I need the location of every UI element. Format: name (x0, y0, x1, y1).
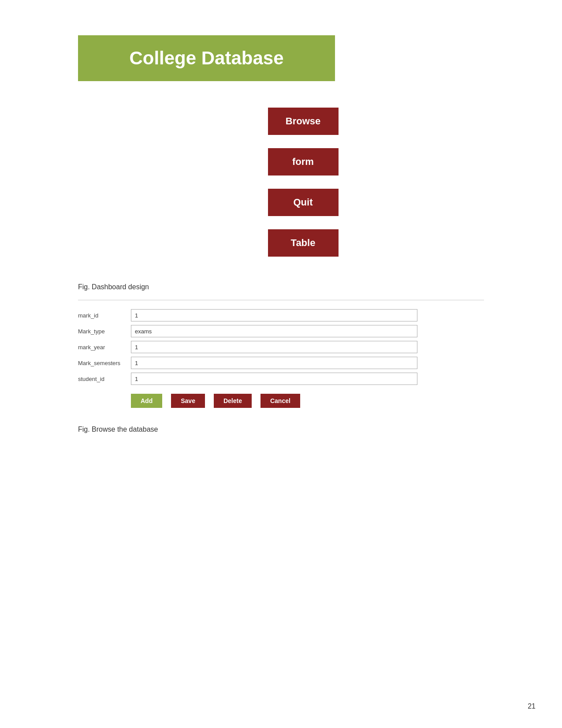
input-mark-id[interactable] (131, 309, 417, 321)
form-section: mark_id Mark_type mark_year Mark_semeste… (78, 309, 484, 408)
label-mark-id: mark_id (78, 312, 131, 319)
table-button[interactable]: Table (268, 229, 339, 257)
dashboard-section: Browse form Quit Table (122, 108, 484, 257)
delete-button[interactable]: Delete (214, 394, 252, 408)
title-banner: College Database (78, 35, 335, 81)
input-mark-type[interactable] (131, 325, 417, 337)
save-button[interactable]: Save (171, 394, 205, 408)
section-divider (78, 300, 484, 300)
page-number: 21 (528, 702, 536, 710)
page-title: College Database (96, 48, 317, 69)
label-student-id: student_id (78, 376, 131, 382)
form-row-mark-year: mark_year (78, 341, 484, 353)
dashboard-caption: Fig. Dashboard design (78, 283, 484, 291)
form-row-mark-id: mark_id (78, 309, 484, 321)
quit-button[interactable]: Quit (268, 189, 339, 216)
input-mark-year[interactable] (131, 341, 417, 353)
browse-caption: Fig. Browse the database (78, 426, 484, 433)
form-button[interactable]: form (268, 148, 339, 175)
input-mark-semesters[interactable] (131, 357, 417, 369)
form-row-mark-semesters: Mark_semesters (78, 357, 484, 369)
cancel-button[interactable]: Cancel (261, 394, 300, 408)
label-mark-year: mark_year (78, 344, 131, 351)
form-row-student-id: student_id (78, 373, 484, 385)
form-row-mark-type: Mark_type (78, 325, 484, 337)
form-actions: Add Save Delete Cancel (131, 394, 484, 408)
label-mark-type: Mark_type (78, 328, 131, 335)
add-button[interactable]: Add (131, 394, 162, 408)
browse-button[interactable]: Browse (268, 108, 339, 135)
input-student-id[interactable] (131, 373, 417, 385)
label-mark-semesters: Mark_semesters (78, 360, 131, 366)
